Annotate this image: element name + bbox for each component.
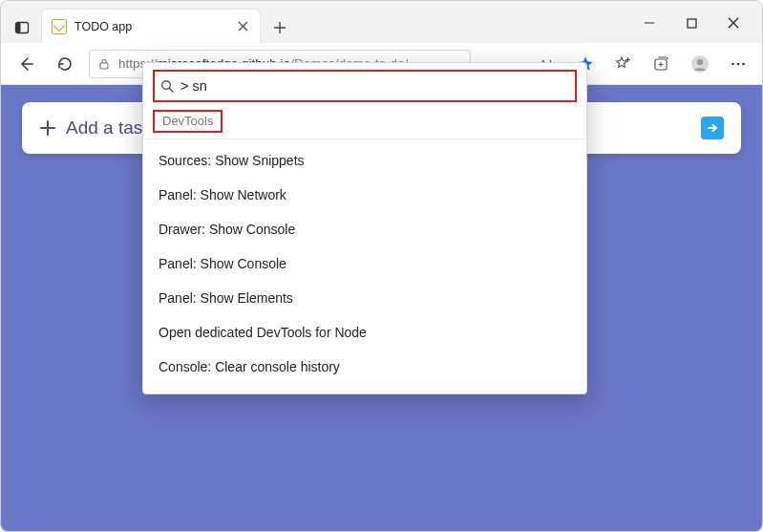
devtools-command-menu: DevTools Sources: Show Snippets Panel: S… xyxy=(142,62,587,394)
svg-rect-2 xyxy=(688,19,696,28)
command-menu-item[interactable]: Drawer: Show Console xyxy=(143,212,586,246)
window-titlebar: TODO app xyxy=(1,1,762,43)
add-task-button[interactable]: Add a task xyxy=(39,117,152,138)
settings-menu-button[interactable] xyxy=(722,47,754,81)
favorites-bar-button[interactable] xyxy=(607,47,640,81)
command-menu-search xyxy=(153,70,577,102)
profile-button[interactable] xyxy=(684,47,716,81)
ellipsis-icon xyxy=(730,55,747,73)
submit-task-button[interactable] xyxy=(701,117,724,139)
star-plus-icon xyxy=(615,55,632,73)
command-menu-item[interactable]: Panel: Show Elements xyxy=(143,281,586,315)
site-info-button[interactable] xyxy=(97,57,111,71)
command-menu-item[interactable]: Console: Clear console history xyxy=(143,350,586,384)
refresh-icon xyxy=(56,55,73,72)
plus-icon xyxy=(39,119,56,137)
plus-icon xyxy=(273,21,286,34)
maximize-button[interactable] xyxy=(670,9,712,37)
refresh-button[interactable] xyxy=(47,47,81,81)
command-menu-item[interactable]: Open dedicated DevTools for Node xyxy=(143,315,586,350)
svg-rect-1 xyxy=(16,23,21,33)
svg-point-8 xyxy=(731,62,734,65)
command-menu-item[interactable]: Panel: Show Network xyxy=(143,178,586,212)
command-menu-category: DevTools xyxy=(153,110,223,133)
command-menu-input[interactable] xyxy=(180,78,238,94)
command-menu-item[interactable]: Panel: Show Console xyxy=(143,246,586,281)
svg-point-7 xyxy=(697,58,703,64)
svg-point-9 xyxy=(737,62,740,65)
browser-tab[interactable]: TODO app xyxy=(41,9,261,43)
minimize-button[interactable] xyxy=(628,9,670,37)
command-menu-list: Sources: Show Snippets Panel: Show Netwo… xyxy=(143,138,586,394)
collections-button[interactable] xyxy=(646,47,678,81)
command-menu-item[interactable]: Sources: Show Snippets xyxy=(143,143,586,178)
window-controls xyxy=(628,9,754,37)
new-tab-button[interactable] xyxy=(265,12,295,43)
search-icon xyxy=(160,79,174,93)
lock-icon xyxy=(97,57,111,71)
tab-close-button[interactable] xyxy=(235,19,250,34)
collections-icon xyxy=(653,55,670,73)
arrow-right-icon xyxy=(706,121,719,135)
tab-favicon xyxy=(52,19,67,34)
add-task-label: Add a task xyxy=(66,117,152,138)
close-icon xyxy=(238,21,248,32)
close-icon xyxy=(728,17,739,29)
svg-rect-3 xyxy=(100,63,108,69)
profile-icon xyxy=(690,54,710,74)
maximize-icon xyxy=(687,18,697,29)
tab-title: TODO app xyxy=(74,20,235,33)
minimize-icon xyxy=(644,17,655,29)
tab-actions-button[interactable] xyxy=(7,12,37,43)
close-window-button[interactable] xyxy=(712,9,754,37)
svg-point-10 xyxy=(742,62,745,65)
back-button[interactable] xyxy=(9,47,43,81)
back-arrow-icon xyxy=(17,55,34,73)
tab-actions-icon xyxy=(14,20,30,35)
